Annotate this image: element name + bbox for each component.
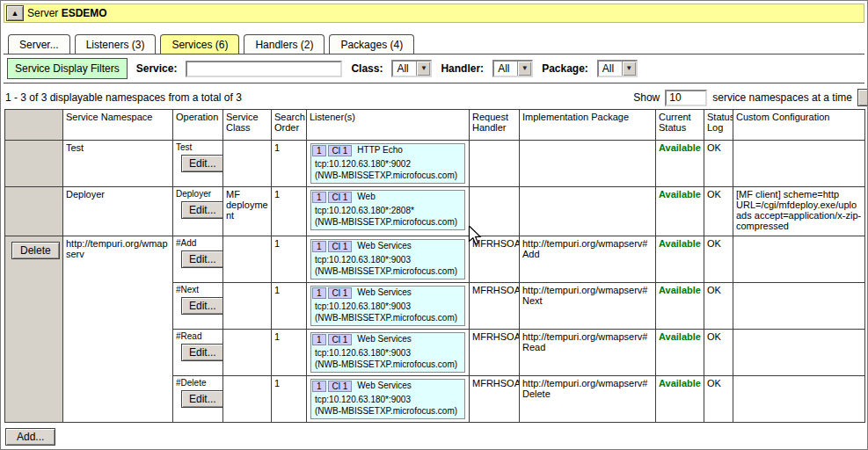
listener-name: Web Services <box>354 241 415 252</box>
edit-button[interactable]: Edit... <box>181 344 223 361</box>
operation-name: #Add <box>176 238 220 248</box>
cell-search-order: 1 <box>272 187 307 236</box>
listener-name: Web Services <box>354 287 415 299</box>
edit-button[interactable]: Edit... <box>181 250 223 268</box>
listener-host: (NWB-MBISSETXP.microfocus.com) <box>312 405 463 417</box>
package-select-value: All <box>599 62 622 76</box>
table-row: Test Test Edit... 1 1 Cl 1 HTTP Echo tcp… <box>5 141 865 187</box>
cell-custom-config <box>733 236 865 283</box>
cell-implementation <box>520 187 656 236</box>
edit-button[interactable]: Edit... <box>181 390 223 408</box>
filter-title: Service Display Filters <box>7 58 128 79</box>
cut-off-button[interactable] <box>857 89 868 106</box>
cell-current-status: Available <box>656 141 704 187</box>
listener-entry: 1 Cl 1 HTTP Echo tcp:10.120.63.180*:9002… <box>310 143 465 184</box>
listener-entry: 1 Cl 1 Web tcp:10.120.63.180*:2808* (NWB… <box>310 190 465 230</box>
show-suffix-label: service namespaces at a time <box>712 91 852 104</box>
show-count-group: Show service namespaces at a time <box>633 89 863 106</box>
package-filter-label: Package: <box>542 62 588 75</box>
status-badge: Available <box>659 238 701 249</box>
chevron-down-icon[interactable]: ▼ <box>416 62 430 76</box>
cell-custom-config <box>733 376 865 423</box>
edit-button[interactable]: Edit... <box>181 155 223 172</box>
cell-listeners: 1 Cl 1 Web tcp:10.120.63.180*:2808* (NWB… <box>307 187 470 236</box>
cell-service-class: MF deployment <box>223 187 272 236</box>
cell-search-order: 1 <box>272 283 307 330</box>
cell-implementation: http://tempuri.org/wmapserv#Delete <box>520 376 656 423</box>
listener-channel: Cl 1 <box>328 192 353 203</box>
server-label: Server <box>27 7 58 19</box>
status-badge: Available <box>659 189 701 200</box>
column-header-request-handler: Request Handler <box>470 110 520 141</box>
cell-namespace: Deployer <box>63 187 173 236</box>
chevron-down-icon[interactable]: ▼ <box>622 62 636 76</box>
cell-listeners: 1 Cl 1 HTTP Echo tcp:10.120.63.180*:9002… <box>307 141 470 187</box>
page-title: Server ESDEMO <box>27 7 107 19</box>
header-row: Service Namespace Operation Service Clas… <box>5 110 865 141</box>
edit-button[interactable]: Edit... <box>181 201 223 219</box>
delete-button[interactable]: Delete <box>11 242 60 259</box>
class-select[interactable]: All ▼ <box>391 60 432 77</box>
handler-select-value: All <box>494 62 517 76</box>
column-header-search-order: Search Order <box>272 110 307 141</box>
cell-search-order: 1 <box>272 236 307 283</box>
cell-status-log: OK <box>704 141 733 187</box>
tab-server[interactable]: Server... <box>8 34 70 54</box>
listener-name: HTTP Echo <box>354 145 406 156</box>
cell-search-order: 1 <box>272 376 307 423</box>
cell-current-status: Available <box>656 330 704 376</box>
column-header-operation: Operation <box>173 110 223 141</box>
show-label: Show <box>633 91 660 104</box>
tab-handlers[interactable]: Handlers (2) <box>244 34 325 54</box>
collapse-triangle-icon[interactable]: ▲ <box>6 5 24 21</box>
tab-packages[interactable]: Packages (4) <box>329 34 414 54</box>
table-row: Deployer Deployer Edit... MF deployment … <box>5 187 865 236</box>
chevron-down-icon[interactable]: ▼ <box>517 62 531 76</box>
edit-button[interactable]: Edit... <box>181 297 223 315</box>
listener-index: 1 <box>312 241 326 252</box>
package-select[interactable]: All ▼ <box>597 60 638 77</box>
server-title-bar: ▲ Server ESDEMO <box>4 4 864 23</box>
listener-host: (NWB-MBISSETXP.microfocus.com) <box>312 265 463 277</box>
cell-service-class <box>223 376 272 423</box>
cell-implementation: http://tempuri.org/wmapserv#Add <box>520 236 656 283</box>
cell-current-status: Available <box>656 283 704 330</box>
cell-custom-config <box>733 141 865 187</box>
column-header-implementation: Implementation Package <box>520 110 656 141</box>
cell-action <box>5 141 63 187</box>
es-admin-window: ▲ Server ESDEMO Server... Listeners (3) … <box>0 0 868 450</box>
cell-status-log: OK <box>704 236 733 283</box>
cell-request-handler <box>470 141 520 187</box>
operation-name: #Read <box>176 331 220 341</box>
cell-custom-config: [MF client] scheme=http URL=/cgi/mfdeplo… <box>733 187 865 236</box>
class-filter-label: Class: <box>351 62 383 75</box>
tab-listeners[interactable]: Listeners (3) <box>75 34 157 54</box>
cell-operation: #Read Edit... <box>173 330 223 376</box>
cell-request-handler: MFRHSOAP <box>470 283 520 330</box>
cell-operation: #Add Edit... <box>173 236 223 283</box>
show-count-input[interactable] <box>665 90 707 106</box>
results-summary: 1 - 3 of 3 displayable namespaces from a… <box>5 91 242 104</box>
cell-status-log: OK <box>704 283 733 330</box>
cell-status-log: OK <box>704 376 733 423</box>
cell-request-handler <box>470 187 520 236</box>
listener-channel: Cl 1 <box>328 334 353 345</box>
handler-select[interactable]: All ▼ <box>492 60 533 77</box>
services-table: Service Namespace Operation Service Clas… <box>4 109 865 423</box>
cell-custom-config <box>733 330 865 376</box>
listener-index: 1 <box>312 145 326 156</box>
cell-current-status: Available <box>656 236 704 283</box>
cell-operation: #Next Edit... <box>173 283 223 330</box>
tab-services[interactable]: Services (6) <box>160 34 239 54</box>
listener-address: tcp:10.120.63.180*:9002 <box>312 158 463 170</box>
listener-index: 1 <box>312 287 326 299</box>
listener-entry: 1 Cl 1 Web Services tcp:10.120.63.180*:9… <box>310 332 465 373</box>
cell-listeners: 1 Cl 1 Web Services tcp:10.120.63.180*:9… <box>307 283 470 330</box>
service-filter-input[interactable] <box>186 61 342 77</box>
cell-request-handler: MFRHSOAP <box>470 236 520 283</box>
listener-address: tcp:10.120.63.180*:9003 <box>312 394 463 405</box>
add-button[interactable]: Add... <box>5 428 55 446</box>
cell-current-status: Available <box>656 376 704 423</box>
cell-operation: #Delete Edit... <box>173 376 223 423</box>
column-header-namespace: Service Namespace <box>63 110 173 141</box>
